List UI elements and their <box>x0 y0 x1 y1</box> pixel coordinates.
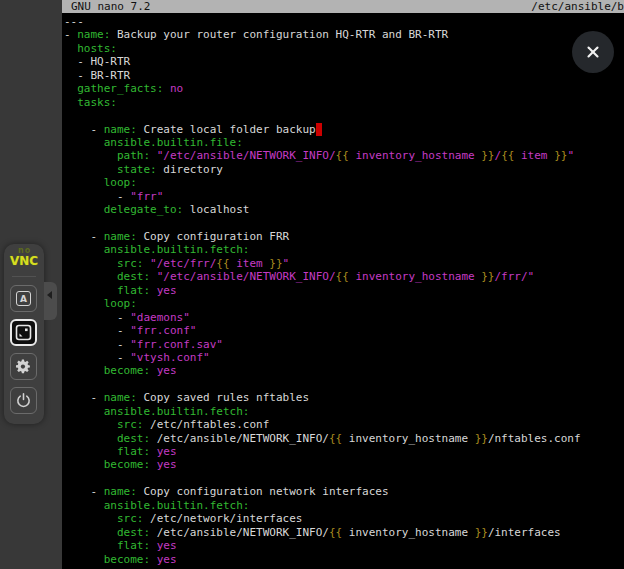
editor-line: - BR-RTR <box>64 69 581 82</box>
editor-line: ansible.builtin.fetch: <box>64 499 581 512</box>
control-bar-handle[interactable] <box>44 282 57 320</box>
editor-line: - "vtysh.conf" <box>64 351 581 364</box>
nano-file-path: /etc/ansible/b <box>531 0 624 13</box>
editor-line: ansible.builtin.fetch: <box>64 405 581 418</box>
editor-line: src: "/etc/frr/{{ item }}" <box>64 257 581 270</box>
fullscreen-button[interactable] <box>10 319 37 346</box>
novnc-logo: no VNC <box>4 247 44 267</box>
editor-line: - name: Copy configuration network inter… <box>64 485 581 498</box>
editor-line: flat: yes <box>64 539 581 552</box>
editor-line: dest: /etc/ansible/NETWORK_INFO/{{ inven… <box>64 526 581 539</box>
editor-line: dest: "/etc/ansible/NETWORK_INFO/{{ inve… <box>64 270 581 283</box>
editor-line: gather_facts: no <box>64 82 581 95</box>
editor-line: - name: Copy saved rules nftables <box>64 391 581 404</box>
editor-line: dest: /etc/ansible/NETWORK_INFO/{{ inven… <box>64 432 581 445</box>
close-button[interactable] <box>572 31 614 73</box>
editor-line: - name: Backup your router configuration… <box>64 28 581 41</box>
editor-line <box>64 472 581 485</box>
editor-line: - name: Copy configuration FRR <box>64 230 581 243</box>
gear-icon <box>15 358 32 375</box>
editor-line: - "frr" <box>64 190 581 203</box>
editor-line: ansible.builtin.fetch: <box>64 243 581 256</box>
vnc-desktop: GNU nano 7.2 /etc/ansible/b ---- name: B… <box>0 0 624 569</box>
nano-titlebar: GNU nano 7.2 /etc/ansible/b <box>62 0 624 13</box>
fullscreen-icon <box>15 324 32 341</box>
text-cursor <box>316 123 323 136</box>
novnc-logo-vnc: VNC <box>4 255 44 267</box>
editor-line: --- <box>64 15 581 28</box>
editor-line: become: yes <box>64 364 581 377</box>
keyboard-a-icon: A <box>16 291 31 306</box>
editor-line: path: "/etc/ansible/NETWORK_INFO/{{ inve… <box>64 149 581 162</box>
editor-line: - "frr.conf" <box>64 324 581 337</box>
editor-line: become: yes <box>64 458 581 471</box>
editor-line: loop: <box>64 176 581 189</box>
close-icon <box>585 44 601 60</box>
settings-button[interactable] <box>10 353 37 380</box>
editor-line: - name: Create local folder backup <box>64 123 581 136</box>
power-icon <box>15 392 32 409</box>
editor-line: src: /etc/nftables.conf <box>64 418 581 431</box>
editor-line: ansible.builtin.file: <box>64 136 581 149</box>
editor-line <box>64 109 581 122</box>
editor-line: hosts: <box>64 42 581 55</box>
editor-line: - "daemons" <box>64 311 581 324</box>
editor-line: state: directory <box>64 163 581 176</box>
editor-line <box>64 378 581 391</box>
extra-keys-button[interactable]: A <box>10 285 37 312</box>
editor-line: src: /etc/network/interfaces <box>64 512 581 525</box>
editor-line: become: yes <box>64 553 581 566</box>
nano-version-label: GNU nano 7.2 <box>71 0 150 13</box>
panel-divider <box>12 276 36 277</box>
chevron-left-icon <box>47 291 52 299</box>
editor-line: tasks: <box>64 96 581 109</box>
power-button[interactable] <box>10 387 37 414</box>
editor-line: - "frr.conf.sav" <box>64 338 581 351</box>
editor-line: flat: yes <box>64 445 581 458</box>
editor-line: loop: <box>64 297 581 310</box>
editor-line <box>64 217 581 230</box>
editor-line: flat: yes <box>64 284 581 297</box>
terminal-window[interactable]: GNU nano 7.2 /etc/ansible/b ---- name: B… <box>62 0 624 569</box>
novnc-control-panel: no VNC A <box>4 244 44 424</box>
editor-text-area[interactable]: ---- name: Backup your router configurat… <box>64 15 581 566</box>
editor-line: delegate_to: localhost <box>64 203 581 216</box>
editor-line: - HQ-RTR <box>64 55 581 68</box>
